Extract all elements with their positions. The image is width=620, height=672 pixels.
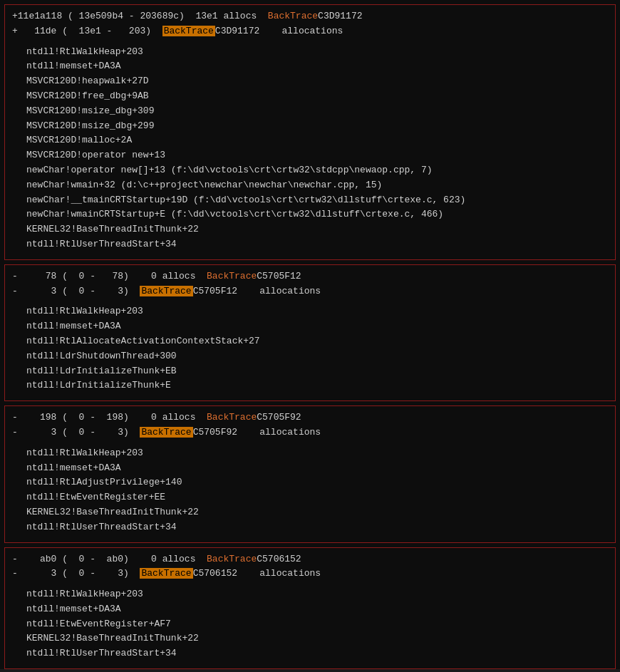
stack-line-9: newChar!operator new[]+13 (f:\dd\vctools… bbox=[12, 163, 608, 178]
backtrace-label: BackTrace bbox=[140, 427, 192, 438]
section-2: - 78 ( 0 - 78) 0 allocs BackTraceC5705F1… bbox=[4, 264, 616, 401]
stack-line-14: ntdll!RtlUserThreadStart+34 bbox=[12, 237, 608, 252]
stack-line-6: MSVCR120D!msize_dbg+299 bbox=[12, 119, 608, 134]
stack-line-3: ntdll!EtwEventRegister+AF7 bbox=[12, 617, 608, 632]
backtrace-label: BackTrace bbox=[207, 271, 257, 281]
stack-line-3: ntdll!RtlAdjustPrivilege+140 bbox=[12, 475, 608, 490]
stack-line-4: ntdll!LdrShutdownThread+300 bbox=[12, 349, 608, 364]
stack-line-4: ntdll!EtwEventRegister+EE bbox=[12, 490, 608, 505]
line-suffix: C5705F92 bbox=[257, 412, 301, 423]
line-prefix: - 3 ( 0 - 3) bbox=[12, 568, 140, 579]
stack-line-5: MSVCR120D!msize_dbg+309 bbox=[12, 104, 608, 119]
stack-line-12: newChar!wmainCRTStartup+E (f:\dd\vctools… bbox=[12, 207, 608, 222]
backtrace-label: BackTrace bbox=[162, 26, 215, 36]
stack-line-1: ntdll!RtlWalkHeap+203 bbox=[12, 446, 608, 461]
stack-line-2: ntdll!memset+DA3A bbox=[12, 602, 608, 617]
backtrace-label: BackTrace bbox=[207, 412, 257, 423]
stack-line-1: ntdll!RtlWalkHeap+203 bbox=[12, 304, 608, 319]
line-suffix: C3D91172 allocations bbox=[215, 26, 343, 36]
stack-line-13: KERNEL32!BaseThreadInitThunk+22 bbox=[12, 222, 608, 237]
stack-line-5: ntdll!RtlUserThreadStart+34 bbox=[12, 646, 608, 661]
line-prefix: - 198 ( 0 - 198) 0 allocs bbox=[12, 412, 207, 423]
stack-line-3: ntdll!RtlAllocateActivationContextStack+… bbox=[12, 334, 608, 349]
stack-line-8: MSVCR120D!operator new+13 bbox=[12, 148, 608, 163]
line-prefix: - 78 ( 0 - 78) 0 allocs bbox=[12, 271, 207, 281]
backtrace-label: BackTrace bbox=[140, 568, 192, 579]
line-prefix: - 3 ( 0 - 3) bbox=[12, 286, 140, 296]
stack-line-4: KERNEL32!BaseThreadInitThunk+22 bbox=[12, 631, 608, 646]
section-2-header-line-2: - 3 ( 0 - 3) BackTraceC5705F12 allocatio… bbox=[12, 284, 608, 299]
stack-line-4: MSVCR120D!free_dbg+9AB bbox=[12, 89, 608, 104]
stack-line-5: ntdll!LdrInitializeThunk+EB bbox=[12, 364, 608, 379]
stack-line-3: MSVCR120D!heapwalk+27D bbox=[12, 74, 608, 89]
line-suffix: C5705F92 allocations bbox=[193, 427, 321, 438]
section-1-header-line-2: + 11de ( 13e1 - 203) BackTraceC3D91172 a… bbox=[12, 24, 608, 39]
stack-line-2: ntdll!memset+DA3A bbox=[12, 461, 608, 476]
section-4-header-line-2: - 3 ( 0 - 3) BackTraceC5706152 allocatio… bbox=[12, 567, 608, 581]
line-prefix: +11e1a118 ( 13e509b4 - 203689c) 13e1 all… bbox=[12, 11, 268, 21]
backtrace-label: BackTrace bbox=[268, 11, 318, 21]
section-1: +11e1a118 ( 13e509b4 - 203689c) 13e1 all… bbox=[4, 4, 616, 260]
line-suffix: C5705F12 bbox=[257, 271, 301, 281]
section-3: - 198 ( 0 - 198) 0 allocs BackTraceC5705… bbox=[4, 405, 616, 542]
line-prefix: - 3 ( 0 - 3) bbox=[12, 427, 140, 438]
backtrace-label: BackTrace bbox=[140, 286, 192, 296]
stack-line-6: ntdll!LdrInitializeThunk+E bbox=[12, 378, 608, 393]
main-container: +11e1a118 ( 13e509b4 - 203689c) 13e1 all… bbox=[0, 0, 620, 669]
stack-line-5: KERNEL32!BaseThreadInitThunk+22 bbox=[12, 505, 608, 520]
stack-line-6: ntdll!RtlUserThreadStart+34 bbox=[12, 520, 608, 535]
line-suffix: C5705F12 allocations bbox=[193, 286, 321, 296]
stack-line-10: newChar!wmain+32 (d:\c++project\newchar\… bbox=[12, 178, 608, 193]
stack-line-2: ntdll!memset+DA3A bbox=[12, 319, 608, 334]
stack-line-1: ntdll!RtlWalkHeap+203 bbox=[12, 587, 608, 602]
line-suffix: C3D91172 bbox=[318, 11, 362, 21]
line-prefix: - ab0 ( 0 - ab0) 0 allocs bbox=[12, 554, 207, 564]
stack-line-2: ntdll!memset+DA3A bbox=[12, 59, 608, 74]
stack-line-11: newChar!__tmainCRTStartup+19D (f:\dd\vct… bbox=[12, 193, 608, 208]
section-3-header-line-1: - 198 ( 0 - 198) 0 allocs BackTraceC5705… bbox=[12, 410, 608, 425]
line-suffix: C5706152 bbox=[257, 554, 301, 564]
line-suffix: C5706152 allocations bbox=[193, 568, 321, 579]
section-3-header-line-2: - 3 ( 0 - 3) BackTraceC5705F92 allocatio… bbox=[12, 425, 608, 440]
stack-line-1: ntdll!RtlWalkHeap+203 bbox=[12, 45, 608, 60]
section-4-header-line-1: - ab0 ( 0 - ab0) 0 allocs BackTraceC5706… bbox=[12, 552, 608, 567]
section-2-header-line-1: - 78 ( 0 - 78) 0 allocs BackTraceC5705F1… bbox=[12, 269, 608, 284]
section-4: - ab0 ( 0 - ab0) 0 allocs BackTraceC5706… bbox=[4, 547, 616, 670]
stack-line-7: MSVCR120D!malloc+2A bbox=[12, 133, 608, 148]
backtrace-label: BackTrace bbox=[207, 554, 257, 564]
line-prefix: + 11de ( 13e1 - 203) bbox=[12, 26, 162, 36]
section-1-header-line-1: +11e1a118 ( 13e509b4 - 203689c) 13e1 all… bbox=[12, 9, 608, 24]
